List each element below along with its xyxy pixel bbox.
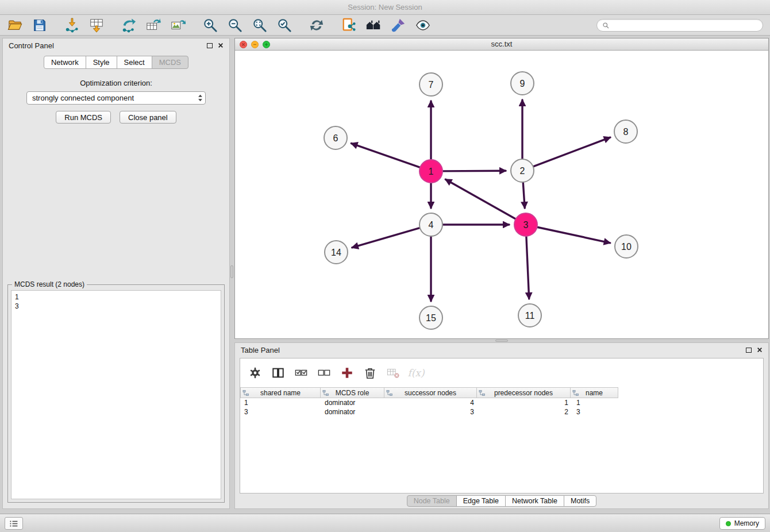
node-15[interactable]: 15 [419,306,442,329]
close-panel-button[interactable]: Close panel [120,111,176,124]
edge-3-1[interactable] [445,179,515,219]
table-tabs: Node TableEdge TableNetwork TableMotifs [235,495,768,507]
zoom-window-icon[interactable] [263,41,270,48]
column-header-mcds-role[interactable]: MCDS role [320,387,384,398]
window-title: Session: New Session [348,3,422,11]
float-panel-icon[interactable] [207,43,213,48]
mcds-result-title: MCDS result (2 nodes) [12,280,87,288]
import-table-icon[interactable] [87,17,106,34]
table-cell: 3 [240,407,321,417]
open-icon[interactable] [6,17,24,34]
select-all-icon[interactable] [293,365,309,381]
zoom-in-icon[interactable] [201,17,220,34]
close-table-panel-icon[interactable] [757,347,763,353]
zoom-selected-icon[interactable] [275,17,294,34]
delete-row-icon[interactable] [362,365,378,381]
sort-icon [242,390,249,396]
mcds-result-line: 1 [15,292,217,302]
node-14[interactable]: 14 [325,241,348,264]
sort-icon [572,390,579,396]
node-label: 11 [525,311,535,321]
column-header-predecessor-nodes[interactable]: predecessor nodes [476,387,571,398]
edge-1-6[interactable] [351,144,419,168]
optimization-criterion-select[interactable]: strongly connected component [26,91,206,105]
node-3[interactable]: 3 [514,213,537,236]
export-network-icon[interactable] [120,17,138,34]
deselect-all-icon[interactable] [316,365,332,381]
window-titlebar[interactable]: Session: New Session [0,0,770,15]
edge-3-10[interactable] [538,228,610,243]
tab-motifs[interactable]: Motifs [564,495,596,507]
task-history-button[interactable] [5,517,23,530]
control-panel-title: Control Panel [9,41,54,50]
mcds-button-row: Run MCDS Close panel [3,111,229,124]
export-table-icon[interactable] [144,17,163,34]
table-cell: 1 [572,398,621,407]
network-clipboard-icon[interactable] [340,17,358,34]
float-table-panel-icon[interactable] [746,348,752,353]
style-brush-icon[interactable] [389,17,407,34]
tab-network-table[interactable]: Network Table [505,495,564,507]
node-6[interactable]: 6 [324,126,347,149]
table-row[interactable]: 1dominator411 [240,398,763,407]
control-panel-header: Control Panel [3,38,229,52]
tab-network[interactable]: Network [44,56,86,69]
network-window-titlebar[interactable]: scc.txt [235,38,768,51]
column-header-name[interactable]: name [570,387,618,398]
vertical-splitter[interactable] [230,38,234,509]
first-neighbors-icon[interactable] [364,17,383,34]
close-control-panel-icon[interactable] [218,43,224,48]
export-image-icon[interactable] [169,17,187,34]
tab-mcds[interactable]: MCDS [152,56,188,69]
mcds-result-list[interactable]: 13 [11,290,221,499]
node-label: 10 [621,242,632,252]
main-toolbar-groups [0,17,432,34]
sort-icon [479,390,486,396]
columns-icon[interactable] [270,365,286,381]
node-8[interactable]: 8 [614,120,637,143]
status-bar: Memory [0,514,770,532]
main-toolbar [0,15,770,36]
search-box[interactable] [596,19,763,32]
table-row[interactable]: 3dominator323 [240,407,763,417]
gear-icon[interactable] [247,365,263,381]
import-network-icon[interactable] [63,17,81,34]
edge-4-14[interactable] [352,228,419,248]
zoom-out-icon[interactable] [226,17,244,34]
node-4[interactable]: 4 [419,213,442,236]
node-10[interactable]: 10 [615,235,638,258]
network-graph[interactable]: 7968124314101511 [235,51,768,338]
node-11[interactable]: 11 [518,304,541,327]
search-input[interactable] [613,21,757,29]
node-label: 4 [429,220,434,230]
column-header-shared-name[interactable]: shared name [240,387,321,398]
toolbar-group [340,17,432,34]
tab-style[interactable]: Style [86,56,117,69]
refresh-icon[interactable] [307,17,326,34]
show-graphics-icon[interactable] [414,17,432,34]
tab-node-table[interactable]: Node Table [407,495,457,507]
table-cell: 3 [572,407,621,417]
splitter-grip-icon[interactable] [495,340,508,342]
memory-button[interactable]: Memory [719,517,765,530]
splitter-grip-icon[interactable] [230,265,233,278]
node-1[interactable]: 1 [419,160,442,183]
tab-edge-table[interactable]: Edge Table [456,495,506,507]
edge-2-3[interactable] [523,183,525,208]
edge-1-2[interactable] [443,171,506,171]
add-row-icon[interactable] [339,365,355,381]
zoom-fit-icon[interactable] [251,17,269,34]
edge-2-8[interactable] [534,137,610,166]
node-9[interactable]: 9 [511,72,534,95]
edge-3-11[interactable] [526,237,529,299]
memory-label: Memory [734,519,759,527]
column-header-successor-nodes[interactable]: successor nodes [384,387,477,398]
node-7[interactable]: 7 [419,73,442,96]
close-window-icon[interactable] [240,41,247,48]
minimize-window-icon[interactable] [251,41,259,48]
tab-select[interactable]: Select [117,56,152,69]
node-2[interactable]: 2 [511,159,534,182]
run-mcds-button[interactable]: Run MCDS [56,111,111,124]
save-icon[interactable] [30,17,49,34]
toolbar-group [63,17,106,34]
